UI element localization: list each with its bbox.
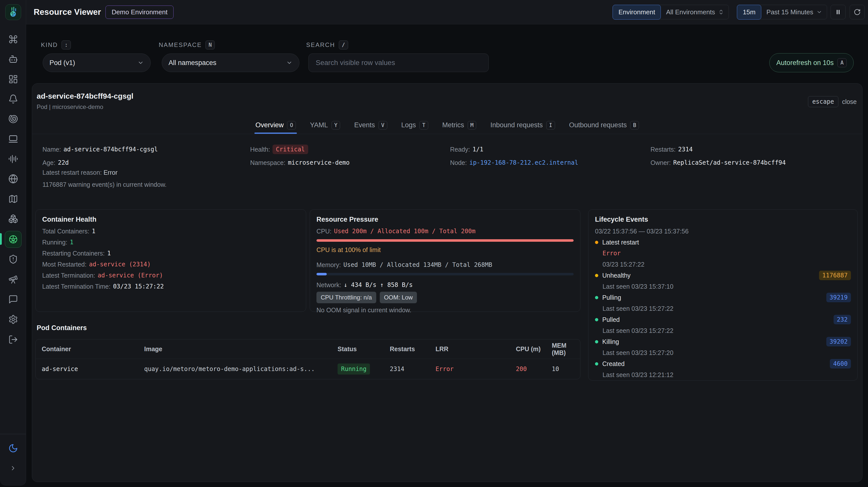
field-label: Latest restart reason: (42, 169, 102, 176)
kubernetes-icon (8, 234, 18, 244)
memory-usage-row: Memory: Used 10MB / Allocated 134MB / To… (316, 259, 574, 270)
map-icon (8, 194, 18, 204)
close-button[interactable]: close (842, 98, 857, 105)
dashboard-icon (8, 74, 18, 84)
tab-events[interactable]: Events V (354, 117, 387, 134)
sidebar-item-kubernetes[interactable] (0, 230, 26, 248)
kind-dropdown[interactable]: Pod (v1) (43, 54, 151, 72)
oom-badge: OOM: Low (380, 292, 417, 303)
environment-filter-button[interactable]: Environment (613, 5, 661, 20)
telescope-icon (8, 274, 18, 284)
sidebar-item-feedback[interactable] (0, 292, 26, 307)
environment-select[interactable]: All Environments (660, 5, 728, 19)
lifecycle-event-killing: Killing 39202 (595, 336, 851, 347)
refresh-icon (854, 8, 861, 15)
gear-icon (8, 315, 18, 324)
lifecycle-event-pulling: Pulling 39219 (595, 292, 851, 303)
cpu-limit-warning: CPU is at 100% of limit (316, 244, 574, 255)
node-link[interactable]: ip-192-168-78-212.ec2.internal (469, 159, 578, 166)
escape-key-hint: escape (808, 96, 838, 107)
tab-label: Inbound requests (490, 121, 543, 129)
network-value: ↓ 434 B/s ↑ 858 B/s (344, 282, 413, 288)
tab-outbound-requests[interactable]: Outbound requests B (569, 117, 639, 134)
tab-yaml[interactable]: YAML Y (310, 117, 340, 134)
card-title: Container Health (42, 216, 299, 226)
refresh-button[interactable] (850, 5, 865, 19)
pod-containers-title: Pod Containers (37, 324, 87, 332)
sidebar-item-settings[interactable] (0, 312, 26, 327)
tab-inbound-requests[interactable]: Inbound requests I (490, 117, 555, 134)
namespace-dropdown[interactable]: All namespaces (162, 54, 299, 72)
event-name: Latest restart (602, 239, 639, 246)
time-range-select[interactable]: Past 15 Minutes (761, 5, 827, 19)
sidebar-item-terminal[interactable] (0, 131, 26, 147)
sidebar-collapse-button[interactable] (0, 461, 26, 476)
event-name: Pulling (602, 294, 621, 301)
field-value: 03/23 15:27:22 (113, 283, 164, 290)
tab-label: Metrics (442, 121, 464, 129)
summary-health: Health: Critical (250, 145, 450, 153)
tab-logs[interactable]: Logs T (401, 117, 428, 134)
sidebar-item-bot[interactable] (0, 52, 26, 67)
sidebar-item-command[interactable] (0, 32, 26, 47)
pause-button[interactable] (831, 5, 846, 19)
field-label: Owner: (651, 159, 671, 166)
field-value: 22d (58, 159, 68, 166)
sidebar-item-traces[interactable] (0, 111, 26, 127)
sidebar-item-globe[interactable] (0, 171, 26, 186)
field-value: ReplicaSet/ad-service-874bcff94 (673, 159, 786, 166)
lifecycle-time-range: 03/22 15:37:56 — 03/23 15:37:56 (595, 226, 851, 237)
latest-restart-reason: Latest restart reason: Error (42, 169, 118, 176)
event-last-seen: Last seen 03/23 15:27:20 (595, 347, 851, 358)
sidebar-item-explore[interactable] (0, 272, 26, 287)
autorefresh-shortcut-key: A (837, 58, 847, 67)
chevron-down-icon (286, 60, 292, 66)
autorefresh-button[interactable]: Autorefresh on 10s A (769, 53, 854, 72)
column-header-mem: MEM (MB) (546, 342, 580, 356)
lifecycle-event-pulled: Pulled 232 (595, 314, 851, 325)
total-containers-row: Total Containers: 1 (42, 226, 299, 237)
column-header-restarts: Restarts (384, 346, 430, 353)
resource-detail-panel: ad-service-874bcff94-cgsgl Pod | microse… (32, 83, 863, 482)
cell-cpu: 200 (510, 365, 546, 372)
event-name: Unhealthy (602, 272, 631, 279)
field-label: Ready: (450, 146, 470, 153)
pressure-badges: CPU Throttling: n/a OOM: Low (316, 290, 574, 304)
sidebar-item-workloads[interactable] (0, 211, 26, 226)
tab-metrics[interactable]: Metrics M (442, 117, 476, 134)
tab-shortcut-key: I (546, 121, 555, 130)
summary-owner: Owner: ReplicaSet/ad-service-874bcff94 (651, 159, 853, 167)
time-range-short-button[interactable]: 15m (737, 5, 761, 20)
container-health-card: Container Health Total Containers: 1 Run… (35, 209, 306, 312)
health-status-badge: Critical (273, 144, 308, 154)
field-value: ad-service (2314) (89, 261, 151, 268)
sidebar-item-alerts[interactable] (0, 91, 26, 106)
search-input[interactable] (308, 54, 489, 72)
sidebar-item-logs[interactable] (0, 151, 26, 166)
tab-overview[interactable]: Overview O (255, 117, 296, 134)
chevrons-up-down-icon (718, 9, 724, 15)
app-logo[interactable] (5, 4, 21, 20)
sidebar-item-dashboard[interactable] (0, 71, 26, 87)
cell-lrr: Error (430, 365, 510, 372)
event-name: Pulled (602, 316, 620, 323)
meteor-logo-icon (8, 7, 19, 18)
oom-note: No OOM signal in current window. (316, 304, 574, 316)
field-label: Name: (42, 146, 61, 153)
lifecycle-event-latest-restart: Latest restart (595, 237, 851, 248)
sidebar-item-logout[interactable] (0, 332, 26, 347)
memory-bar-fill (316, 273, 327, 275)
field-label: Restarts: (651, 146, 676, 153)
topbar: Resource Viewer Demo Environment Environ… (26, 0, 868, 24)
event-count-badge: 1176887 (819, 270, 851, 280)
theme-toggle-button[interactable] (0, 441, 26, 456)
event-last-seen: Last seen 03/23 15:37:10 (595, 281, 851, 292)
search-filter-label: SEARCH / (306, 40, 348, 50)
warning-events-line: 1176887 warning event(s) in current wind… (42, 181, 166, 188)
field-label: Namespace: (250, 159, 285, 166)
environment-badge[interactable]: Demo Environment (105, 5, 174, 19)
table-row[interactable]: ad-service quay.io/metoro/metoro-demo-ap… (36, 359, 580, 379)
sidebar-item-security[interactable] (0, 252, 26, 267)
sidebar-item-service-map[interactable] (0, 191, 26, 206)
sidebar (0, 0, 26, 486)
